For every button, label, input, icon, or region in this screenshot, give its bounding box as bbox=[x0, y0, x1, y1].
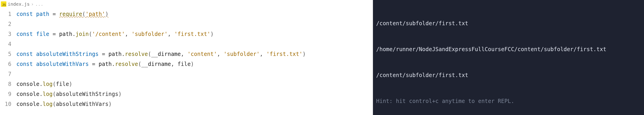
line-number: 9 bbox=[8, 89, 12, 99]
code-line[interactable]: const absoluteWithVars = path.resolve(__… bbox=[16, 59, 373, 69]
code-line[interactable] bbox=[16, 69, 373, 79]
terminal-hint: Hint: hit control+c anytime to enter REP… bbox=[376, 97, 641, 106]
code-line[interactable] bbox=[16, 19, 373, 29]
code-line[interactable]: console.log(file) bbox=[16, 79, 373, 89]
line-number: 8 bbox=[8, 79, 12, 89]
line-number: 2 bbox=[8, 19, 12, 29]
js-file-icon: JS bbox=[1, 1, 6, 7]
code-area[interactable]: 1 2 3 4 5 6 7 8 9 10 const path = requir… bbox=[0, 8, 373, 115]
line-number-gutter: 1 2 3 4 5 6 7 8 9 10 bbox=[0, 9, 16, 115]
line-number: 7 bbox=[8, 69, 12, 79]
code-editor[interactable]: JS index.js › ... 1 2 3 4 5 6 7 8 9 10 c… bbox=[0, 0, 373, 115]
terminal-output-line: /home/runner/NodeJSandExpressFullCourseF… bbox=[376, 45, 641, 54]
code-line[interactable]: console.log(absoluteWithVars) bbox=[16, 99, 373, 109]
terminal-output-line: /content/subfolder/first.txt bbox=[376, 71, 641, 80]
code-line[interactable]: const absoluteWithStrings = path.resolve… bbox=[16, 49, 373, 59]
code-line[interactable]: const path = require('path') bbox=[16, 9, 373, 19]
line-number: 3 bbox=[8, 29, 12, 39]
terminal-output-line: /content/subfolder/first.txt bbox=[376, 19, 641, 28]
line-number: 4 bbox=[8, 39, 12, 49]
breadcrumb-rest: ... bbox=[35, 1, 43, 7]
code-line[interactable]: const file = path.join('/content', 'subf… bbox=[16, 29, 373, 39]
code-line[interactable] bbox=[16, 39, 373, 49]
line-number: 1 bbox=[8, 9, 12, 19]
line-number: 6 bbox=[8, 59, 12, 69]
terminal-panel[interactable]: /content/subfolder/first.txt /home/runne… bbox=[373, 0, 644, 115]
line-number: 10 bbox=[5, 99, 12, 109]
breadcrumb[interactable]: JS index.js › ... bbox=[0, 0, 373, 8]
code-line[interactable]: console.log(absoluteWithStrings) bbox=[16, 89, 373, 99]
chevron-right-icon: › bbox=[31, 1, 34, 7]
code-lines[interactable]: const path = require('path') const file … bbox=[16, 9, 373, 115]
line-number: 5 bbox=[8, 49, 12, 59]
breadcrumb-file[interactable]: index.js bbox=[8, 1, 30, 7]
